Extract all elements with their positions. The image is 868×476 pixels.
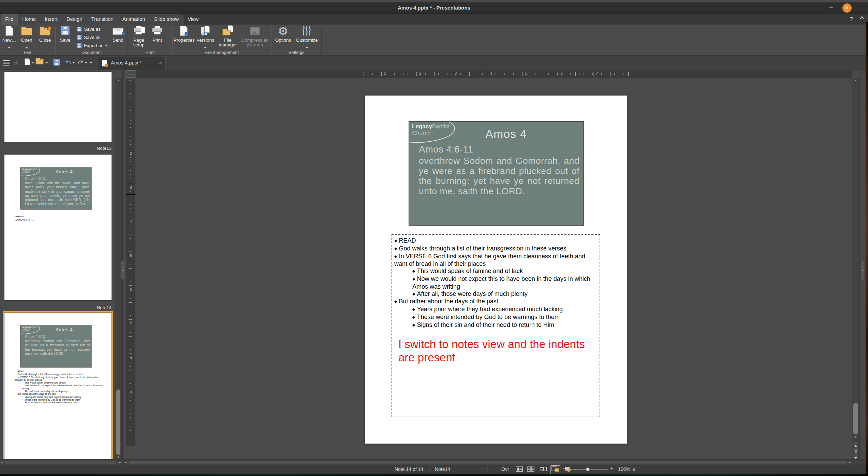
slide-sorter-view-button[interactable] — [527, 466, 534, 473]
scrollbar-thumb[interactable] — [129, 461, 847, 464]
red-annotation-text: I switch to notes view and the indents a… — [398, 337, 598, 364]
thumbnail-note12-partial[interactable] — [4, 72, 112, 142]
print-icon — [152, 26, 162, 35]
open-button[interactable]: Open — [18, 25, 35, 50]
note-bullet: This would speak of famine and of lack — [394, 268, 597, 275]
dropdown-caret-icon[interactable] — [31, 62, 34, 63]
overwrite-mode-indicator[interactable]: Ovr — [501, 466, 509, 472]
minimize-button[interactable]: – — [827, 4, 835, 12]
main-scrollbar[interactable]: ▴ ▾ — [852, 78, 859, 459]
undo-button[interactable] — [64, 59, 72, 68]
desktop-background-bottom — [0, 474, 868, 476]
dropdown-caret-icon — [105, 45, 108, 46]
navigator-button[interactable] — [853, 448, 859, 453]
save-button[interactable]: Save — [57, 25, 74, 50]
file-manager-icon — [222, 26, 233, 35]
file-manager-button[interactable]: File manager — [217, 25, 239, 50]
notes-page[interactable]: LegacyBaptistChurch Amos 4 Amos 4:6-11 o… — [365, 96, 627, 444]
slide-name-status[interactable]: Note14 — [435, 466, 450, 472]
menu-item[interactable]: File — [1, 14, 18, 25]
scroll-left-icon[interactable]: ◂ — [125, 461, 127, 464]
thumbnail-note14-selected[interactable]: LegacyBaptistChurch Amos 4 Amos 4:6-11 o… — [4, 313, 112, 459]
menubar: FileHomeInsertDesignTransitionAnimationS… — [0, 14, 868, 25]
menu-item[interactable]: Insert — [40, 14, 62, 25]
properties-button[interactable]: Properties — [174, 25, 194, 50]
print-button[interactable]: Print — [149, 25, 165, 50]
menu-item[interactable]: Slide show — [149, 14, 183, 25]
versions-icon: ↺ — [201, 26, 210, 36]
status-separator — [429, 466, 429, 473]
collapse-ribbon-icon[interactable]: ^ — [860, 16, 864, 21]
new-button[interactable]: ... New… — [1, 25, 17, 50]
customize-button[interactable]: Customize — [294, 25, 320, 50]
previous-slide-button[interactable] — [853, 442, 859, 447]
scroll-up-icon[interactable]: ▴ — [115, 78, 121, 82]
scroll-right-icon[interactable]: ▸ — [849, 461, 851, 464]
close-folder-icon: × — [40, 28, 50, 35]
note-bullet: After all, those were days of much plent… — [394, 290, 597, 298]
note-bullet: In VERSE 6 God first says that he gave t… — [394, 253, 597, 268]
send-button[interactable]: Send — [109, 25, 127, 50]
options-button[interactable]: ⚙ Options — [273, 25, 293, 50]
open-quick-button[interactable] — [35, 58, 44, 67]
close-button[interactable]: × — [842, 3, 852, 13]
cursor-position-marker — [126, 194, 135, 195]
next-slide-button[interactable] — [853, 454, 859, 459]
scroll-left-icon[interactable]: ◂ — [1, 461, 3, 464]
panel-collapse-handle[interactable]: ◂ — [121, 261, 124, 279]
dropdown-caret-icon[interactable] — [45, 62, 48, 63]
normal-view-button[interactable] — [516, 466, 523, 473]
zoom-level[interactable]: 106% — [618, 466, 630, 472]
document-tab[interactable]: Amos 4.pptx * × — [98, 57, 166, 70]
menu-item[interactable]: Transition — [87, 14, 118, 25]
notes-list: READGod walks through a list of their tr… — [394, 237, 597, 329]
redo-button[interactable] — [77, 59, 84, 68]
panel-scrollbar-thumb[interactable] — [116, 389, 120, 455]
outline-view-button[interactable] — [540, 466, 547, 473]
menu-item[interactable]: Home — [18, 14, 40, 25]
save-as-button[interactable]: Save as — [76, 26, 113, 33]
zoom-out-button[interactable]: − — [563, 466, 566, 472]
menu-item[interactable]: Design — [62, 14, 87, 25]
panel-horizontal-scrollbar[interactable]: ◂ ▸ — [0, 460, 122, 465]
zoom-slider-thumb[interactable] — [586, 467, 590, 471]
thumbnail-slide-image: LegacyBaptistChurch Amos 4 Amos 4:6-11 h… — [20, 167, 92, 210]
page-setup-button[interactable]: Page setup — [129, 25, 148, 50]
thumbnail-note13[interactable]: LegacyBaptistChurch Amos 4 Amos 4:6-11 h… — [4, 155, 112, 300]
statusbar-overflow-button[interactable]: » — [633, 466, 635, 472]
dropdown-caret-icon — [306, 47, 308, 48]
menu-toggle-button[interactable] — [3, 58, 10, 67]
panel-scrollbar[interactable]: ▴ ▾ — [115, 78, 122, 459]
slide-heading: Amos 4:6-11 — [419, 144, 473, 155]
normal-view-icon — [516, 466, 523, 472]
scroll-down-icon[interactable]: ▾ — [115, 455, 121, 459]
dropdown-caret-icon[interactable] — [85, 62, 87, 63]
scroll-down-icon[interactable]: ▾ — [852, 435, 859, 439]
page-setup-icon — [134, 26, 144, 35]
scroll-right-icon[interactable]: ▸ — [119, 461, 121, 464]
tab-close-icon[interactable]: × — [159, 60, 162, 66]
versions-button[interactable]: ↺ Versions — [195, 25, 215, 50]
scrollbar-thumb[interactable] — [5, 461, 117, 464]
notes-view-button[interactable] — [550, 465, 560, 474]
notes-text-box[interactable]: READGod walks through a list of their tr… — [392, 234, 600, 417]
scroll-up-icon[interactable]: ▴ — [852, 78, 859, 82]
main-horizontal-scrollbar[interactable]: ◂ ▸ — [123, 460, 852, 465]
main-scrollbar-thumb[interactable] — [853, 403, 858, 434]
select-tool-button[interactable]: ☝ — [14, 58, 18, 67]
help-button[interactable]: ? — [850, 16, 853, 21]
slide-image[interactable]: LegacyBaptistChurch Amos 4 Amos 4:6-11 o… — [409, 121, 584, 226]
close-document-button[interactable]: × Close — [36, 25, 54, 50]
sidebar-expand-handle[interactable]: ◂ — [861, 261, 864, 279]
group-label-file: File — [0, 50, 55, 55]
toolbar-overflow-button[interactable]: » — [89, 59, 91, 68]
new-document-quick-button[interactable] — [25, 58, 30, 67]
export-as-button[interactable]: Export as — [76, 42, 113, 49]
save-quick-button[interactable] — [53, 59, 60, 68]
menu-item[interactable]: Animation — [118, 14, 150, 25]
zoom-in-button[interactable]: + — [610, 466, 613, 472]
menu-item[interactable]: View — [183, 14, 203, 25]
dropdown-caret-icon[interactable] — [72, 62, 75, 63]
workspace: Note13 LegacyBaptistChurch Amos 4 Amos 4… — [0, 70, 868, 459]
save-all-button[interactable]: Save all — [76, 34, 113, 41]
